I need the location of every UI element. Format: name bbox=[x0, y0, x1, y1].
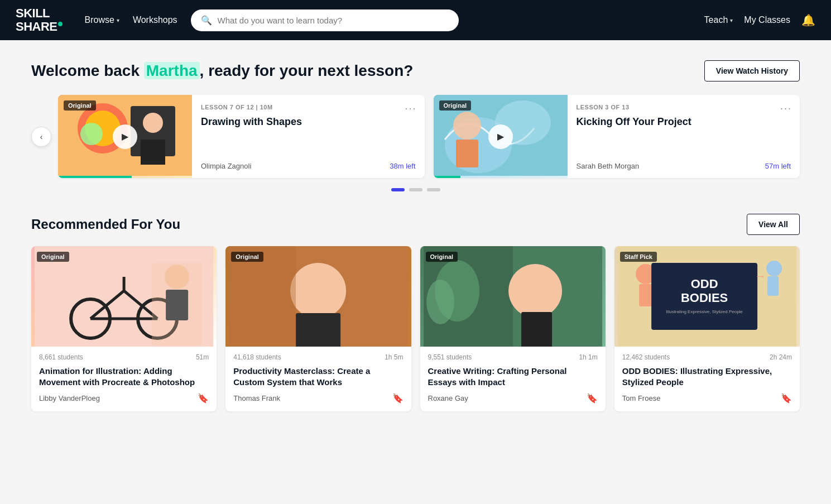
recommended-section: Recommended For You View All bbox=[31, 214, 800, 411]
rec-instructor: Thomas Frank bbox=[233, 394, 280, 402]
rec-card-stats: 41,618 students 1h 5m bbox=[233, 353, 403, 361]
main-content: Welcome back Martha, ready for your next… bbox=[0, 40, 831, 431]
rec-card-title: Creative Writing: Crafting Personal Essa… bbox=[428, 366, 598, 387]
rec-card: Original 8,661 students 51m Animation fo… bbox=[31, 246, 217, 411]
search-bar[interactable]: 🔍 bbox=[191, 9, 459, 31]
play-button[interactable]: ▶ bbox=[488, 124, 513, 149]
rec-duration: 51m bbox=[196, 353, 209, 361]
svg-text:ODD: ODD bbox=[690, 277, 718, 291]
svg-rect-24 bbox=[296, 313, 340, 347]
teach-chevron-icon: ▾ bbox=[730, 17, 733, 23]
rec-card-footer: Tom Froese 🔖 bbox=[622, 393, 792, 404]
rec-card-footer: Thomas Frank 🔖 bbox=[233, 393, 403, 404]
lesson-instructor: Olimpia Zagnoli bbox=[201, 162, 251, 170]
progress-bar-fill bbox=[434, 176, 460, 178]
view-watch-history-button[interactable]: View Watch History bbox=[704, 60, 800, 81]
rec-card-stats: 9,551 students 1h 1m bbox=[428, 353, 598, 361]
svg-point-20 bbox=[165, 265, 189, 289]
recommended-section-title: Recommended For You bbox=[31, 217, 180, 232]
bookmark-icon[interactable]: 🔖 bbox=[392, 393, 404, 404]
staff-pick-badge: Staff Pick bbox=[620, 252, 657, 262]
rec-students: 9,551 students bbox=[428, 353, 472, 361]
rec-thumbnail: Original bbox=[31, 246, 217, 347]
lesson-thumbnail: Original ▶ bbox=[58, 95, 192, 178]
rec-card-title: Productivity Masterclass: Create a Custo… bbox=[233, 366, 403, 387]
lesson-thumbnail: Original ▶ bbox=[434, 95, 568, 178]
carousel-dot[interactable] bbox=[391, 188, 405, 191]
lesson-footer: Olimpia Zagnoli 38m left bbox=[201, 162, 416, 170]
rec-card: Original 41,618 students 1h 5m Productiv… bbox=[225, 246, 411, 411]
rec-thumbnail: ODD BODIES Illustrating Expressive, Styl… bbox=[614, 246, 800, 347]
browse-nav-link[interactable]: Browse ▾ bbox=[85, 15, 119, 25]
svg-point-35 bbox=[766, 261, 782, 276]
rec-card-title: Animation for Illustration: Adding Movem… bbox=[39, 366, 209, 387]
carousel-dots bbox=[31, 188, 800, 191]
notifications-bell-icon[interactable]: 🔔 bbox=[801, 13, 815, 27]
rec-card: ODD BODIES Illustrating Expressive, Styl… bbox=[614, 246, 800, 411]
lesson-info: ··· LESSON 7 OF 12 | 10M Drawing with Sh… bbox=[192, 95, 425, 178]
svg-point-10 bbox=[453, 112, 481, 140]
svg-rect-11 bbox=[456, 140, 478, 167]
welcome-title: Welcome back Martha, ready for your next… bbox=[31, 62, 413, 80]
svg-text:→: → bbox=[755, 270, 766, 282]
lesson-meta: LESSON 3 OF 13 bbox=[577, 104, 791, 111]
rec-students: 8,661 students bbox=[39, 353, 83, 361]
search-input[interactable] bbox=[218, 16, 449, 25]
logo-dot bbox=[58, 22, 63, 26]
workshops-nav-link[interactable]: Workshops bbox=[133, 15, 177, 25]
lesson-meta: LESSON 7 OF 12 | 10M bbox=[201, 104, 416, 111]
bookmark-icon[interactable]: 🔖 bbox=[781, 393, 792, 404]
lesson-footer: Sarah Beth Morgan 57m left bbox=[577, 162, 791, 170]
my-classes-nav-link[interactable]: My Classes bbox=[744, 15, 790, 25]
recommended-header: Recommended For You View All bbox=[31, 214, 800, 235]
original-badge: Original bbox=[64, 100, 96, 111]
rec-card-info: 8,661 students 51m Animation for Illustr… bbox=[31, 347, 217, 411]
navbar: SKILLSHARE Browse ▾ Workshops 🔍 Teach ▾ … bbox=[0, 0, 831, 40]
browse-chevron-icon: ▾ bbox=[117, 17, 119, 23]
recommended-cards: Original 8,661 students 51m Animation fo… bbox=[31, 246, 800, 411]
rec-card-info: 41,618 students 1h 5m Productivity Maste… bbox=[225, 347, 411, 411]
rec-students: 41,618 students bbox=[233, 353, 281, 361]
lesson-card: Original ▶ ··· LESSON 7 OF 12 | 10M Draw… bbox=[58, 95, 425, 178]
svg-rect-29 bbox=[521, 312, 552, 347]
rec-card-stats: 8,661 students 51m bbox=[39, 353, 209, 361]
progress-bar-wrap bbox=[434, 176, 568, 178]
bookmark-icon[interactable]: 🔖 bbox=[587, 393, 598, 404]
view-all-button[interactable]: View All bbox=[747, 214, 800, 235]
svg-point-31 bbox=[426, 280, 454, 324]
svg-rect-21 bbox=[166, 290, 188, 320]
logo-text: SKILLSHARE bbox=[16, 7, 63, 33]
svg-point-3 bbox=[80, 123, 103, 145]
rec-duration: 1h 1m bbox=[579, 353, 597, 361]
rec-card-stats: 12,462 students 2h 24m bbox=[622, 353, 792, 361]
rec-duration: 2h 24m bbox=[770, 353, 792, 361]
carousel-dot[interactable] bbox=[409, 188, 422, 191]
lesson-instructor: Sarah Beth Morgan bbox=[577, 162, 640, 170]
nav-right: Teach ▾ My Classes 🔔 bbox=[704, 13, 815, 27]
svg-rect-36 bbox=[767, 276, 779, 296]
bookmark-icon[interactable]: 🔖 bbox=[198, 393, 209, 404]
rec-card-info: 12,462 students 2h 24m ODD BODIES: Illus… bbox=[614, 347, 800, 411]
lesson-carousel-prev-button[interactable]: ‹ bbox=[31, 127, 51, 147]
carousel-dot[interactable] bbox=[427, 188, 440, 191]
recommended-carousel: Original 8,661 students 51m Animation fo… bbox=[31, 246, 800, 411]
lesson-more-button[interactable]: ··· bbox=[780, 103, 792, 114]
rec-thumbnail: Original bbox=[420, 246, 606, 347]
lesson-more-button[interactable]: ··· bbox=[405, 103, 416, 114]
svg-point-5 bbox=[143, 113, 163, 133]
progress-bar-wrap bbox=[58, 176, 192, 178]
original-badge: Original bbox=[231, 252, 263, 262]
teach-nav-link[interactable]: Teach ▾ bbox=[704, 15, 733, 25]
svg-text:BODIES: BODIES bbox=[681, 291, 728, 305]
lesson-card: Original ▶ ··· LESSON 3 OF 13 Kicking Of… bbox=[434, 95, 800, 178]
rec-instructor: Roxane Gay bbox=[428, 394, 468, 402]
svg-rect-34 bbox=[639, 284, 652, 306]
svg-point-23 bbox=[290, 263, 346, 319]
welcome-username: Martha bbox=[144, 62, 200, 79]
rec-instructor: Tom Froese bbox=[622, 394, 661, 402]
original-badge: Original bbox=[426, 252, 458, 262]
rec-card-footer: Libby VanderPloeg 🔖 bbox=[39, 393, 209, 404]
rec-instructor: Libby VanderPloeg bbox=[39, 394, 100, 402]
play-button[interactable]: ▶ bbox=[113, 124, 137, 149]
logo[interactable]: SKILLSHARE bbox=[16, 7, 63, 33]
